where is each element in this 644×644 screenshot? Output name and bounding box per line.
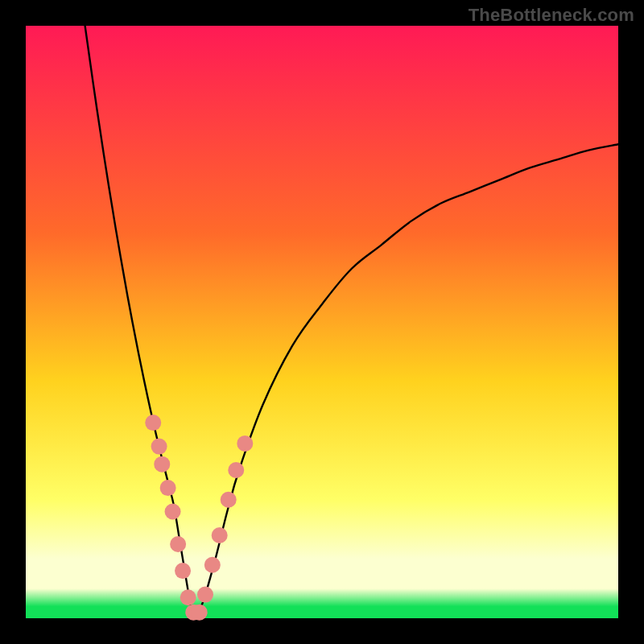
data-point (221, 492, 237, 508)
chart-svg (26, 26, 618, 618)
data-point (180, 589, 196, 605)
data-point (154, 456, 170, 473)
data-point (160, 480, 176, 496)
data-point (165, 504, 181, 520)
data-point (151, 439, 167, 455)
chart-frame: TheBottleneck.com (0, 0, 644, 644)
data-point (228, 462, 244, 478)
curve-left-branch (85, 26, 192, 613)
curve-right-branch (197, 144, 618, 612)
data-point (170, 536, 186, 552)
data-point (197, 587, 213, 603)
data-point (212, 527, 228, 543)
watermark-text: TheBottleneck.com (469, 5, 634, 26)
data-point (204, 557, 221, 573)
data-point (192, 605, 208, 621)
data-point (175, 563, 191, 579)
data-point (237, 436, 253, 452)
data-point (145, 415, 161, 431)
plot-area (26, 26, 618, 618)
